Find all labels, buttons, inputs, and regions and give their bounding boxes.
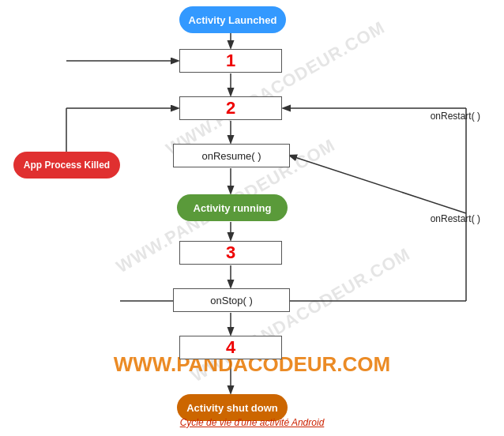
activity-running-node: Activity running bbox=[177, 194, 288, 221]
onresume-node: onResume( ) bbox=[173, 144, 290, 167]
onstop-node: onStop( ) bbox=[173, 288, 290, 312]
activity-running-label: Activity running bbox=[194, 202, 272, 214]
diagram: WWW.PANDACODEUR.COM WWW.PANDACODEUR.COM … bbox=[0, 0, 504, 436]
box-4-label: 4 bbox=[226, 337, 235, 358]
app-process-killed-label: App Process Killed bbox=[24, 160, 110, 171]
watermark: WWW.PANDACODEUR.COM bbox=[163, 17, 389, 160]
caption: Cycle de vie d'une activité Android bbox=[180, 417, 325, 428]
app-process-killed-node: App Process Killed bbox=[13, 152, 120, 179]
onstop-label: onStop( ) bbox=[210, 295, 252, 306]
svg-line-14 bbox=[290, 156, 466, 213]
onrestart-top-label: onRestart( ) bbox=[431, 111, 480, 122]
box-4-node: 4 bbox=[179, 336, 282, 359]
onrestart-mid-label: onRestart( ) bbox=[431, 213, 480, 224]
box-1-label: 1 bbox=[226, 51, 235, 71]
activity-launched-node: Activity Launched bbox=[179, 6, 286, 33]
box-2-label: 2 bbox=[226, 98, 235, 118]
activity-launched-label: Activity Launched bbox=[189, 14, 277, 26]
box-2-node: 2 bbox=[179, 96, 282, 120]
onresume-label: onResume( ) bbox=[201, 150, 261, 162]
box-1-node: 1 bbox=[179, 49, 282, 73]
box-3-node: 3 bbox=[179, 241, 282, 265]
box-3-label: 3 bbox=[226, 242, 235, 263]
activity-shutdown-label: Activity shut down bbox=[186, 402, 278, 414]
